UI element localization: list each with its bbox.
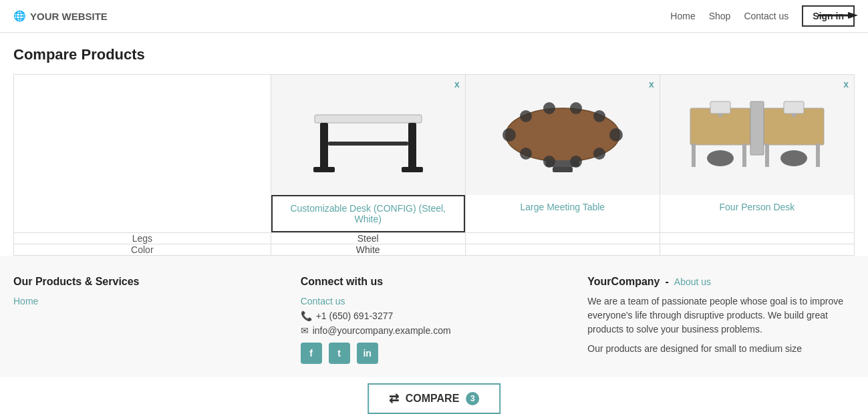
- footer-social: f t in: [301, 343, 568, 364]
- footer-contact-us-item: Contact us: [301, 296, 568, 306]
- page-title: Compare Products: [13, 46, 855, 63]
- svg-rect-6: [402, 167, 423, 172]
- remove-product-1-button[interactable]: x: [454, 79, 460, 89]
- svg-point-15: [593, 110, 605, 122]
- logo: 🌐 YOUR WEBSITE: [13, 10, 108, 22]
- nav: Home Shop Contact us Sign in: [670, 5, 855, 27]
- remove-product-2-button[interactable]: x: [649, 79, 654, 89]
- legs-value-1: Steel: [271, 233, 465, 244]
- arrow-icon: [815, 12, 861, 39]
- svg-rect-26: [765, 144, 769, 167]
- nav-home[interactable]: Home: [670, 11, 695, 21]
- empty-header-cell: [14, 75, 271, 233]
- svg-point-28: [707, 150, 734, 166]
- svg-point-13: [543, 102, 555, 114]
- svg-point-16: [609, 128, 623, 142]
- svg-rect-4: [313, 167, 335, 172]
- svg-point-14: [570, 102, 582, 114]
- svg-rect-5: [408, 123, 416, 170]
- footer-section-company: YourCompany - About us We are a team of …: [587, 276, 855, 364]
- remove-product-3-button[interactable]: x: [843, 79, 849, 89]
- product-link-1[interactable]: Customizable Desk (CONFIG) (Steel, White…: [290, 203, 446, 224]
- svg-rect-10: [553, 167, 573, 172]
- phone-icon: 📞: [301, 310, 312, 321]
- svg-point-17: [593, 148, 605, 160]
- footer-home-link[interactable]: Home: [13, 296, 38, 306]
- company-title: YourCompany: [587, 276, 660, 288]
- color-value-1: White: [271, 244, 465, 256]
- footer-email: info@yourcompany.example.com: [313, 325, 451, 336]
- svg-point-12: [520, 110, 532, 122]
- header: 🌐 YOUR WEBSITE Home Shop Contact us Sign…: [0, 0, 868, 33]
- svg-rect-23: [750, 101, 764, 155]
- footer-phone: +1 (650) 691-3277: [316, 310, 394, 321]
- footer-connect-title: Connect with us: [301, 276, 568, 288]
- footer-grid: Our Products & Services Home Connect wit…: [13, 276, 855, 364]
- product-image-container-3: x: [660, 75, 854, 195]
- sign-in-area: Sign in: [802, 5, 855, 27]
- footer-phone-item: 📞 +1 (650) 691-3277: [301, 310, 568, 321]
- product-link-2[interactable]: Large Meeting Table: [521, 202, 605, 212]
- footer-section-products: Our Products & Services Home: [13, 276, 281, 364]
- svg-rect-24: [692, 144, 696, 167]
- attribute-row-color: Color White: [14, 244, 855, 256]
- product-image-container-1: x: [271, 75, 465, 195]
- svg-marker-1: [848, 12, 858, 19]
- legs-value-2: [465, 233, 660, 244]
- footer: Our Products & Services Home Connect wit…: [0, 256, 868, 377]
- svg-rect-3: [320, 123, 328, 170]
- email-icon: ✉: [301, 325, 309, 336]
- legs-value-3: [660, 233, 854, 244]
- svg-point-18: [570, 156, 582, 168]
- svg-point-29: [780, 150, 807, 166]
- desk-image-1: [301, 88, 435, 182]
- product-images-row: x: [14, 75, 855, 233]
- linkedin-icon[interactable]: in: [357, 343, 378, 364]
- svg-rect-2: [315, 115, 422, 123]
- svg-point-20: [520, 148, 532, 160]
- product-link-3[interactable]: Four Person Desk: [720, 202, 795, 212]
- product-image-container-2: x: [466, 75, 660, 195]
- twitter-icon[interactable]: t: [329, 343, 350, 364]
- product-name-3: Four Person Desk: [660, 195, 854, 219]
- nav-shop[interactable]: Shop: [709, 11, 731, 21]
- company-desc-2: Our products are designed for small to m…: [587, 342, 855, 356]
- footer-email-item: ✉ info@yourcompany.example.com: [301, 325, 568, 336]
- svg-rect-7: [328, 142, 408, 146]
- svg-point-19: [543, 156, 555, 168]
- company-desc-1: We are a team of passionate people whose…: [587, 294, 855, 337]
- yourcompany-header: YourCompany - About us: [587, 276, 855, 288]
- globe-icon: 🌐: [13, 10, 26, 22]
- product-name-1: Customizable Desk (CONFIG) (Steel, White…: [271, 195, 465, 232]
- compare-table: x: [13, 74, 855, 256]
- product-name-2: Large Meeting Table: [466, 195, 660, 219]
- footer-products-title: Our Products & Services: [13, 276, 281, 288]
- svg-rect-30: [710, 101, 730, 114]
- svg-rect-33: [792, 114, 796, 117]
- company-about-link[interactable]: About us: [674, 276, 711, 287]
- meeting-image: [489, 88, 636, 182]
- company-separator: -: [665, 276, 668, 288]
- footer-section-connect: Connect with us Contact us 📞 +1 (650) 69…: [301, 276, 568, 364]
- logo-text: YOUR WEBSITE: [30, 11, 108, 22]
- color-label: Color: [14, 244, 271, 256]
- svg-rect-27: [816, 144, 820, 167]
- product-cell-2: x: [465, 75, 660, 233]
- color-value-3: [660, 244, 854, 256]
- svg-rect-31: [718, 114, 722, 117]
- color-value-2: [465, 244, 660, 256]
- product-cell-1: x: [271, 75, 465, 233]
- facebook-icon[interactable]: f: [301, 343, 322, 364]
- attribute-row-legs: Legs Steel: [14, 233, 855, 244]
- svg-point-11: [502, 128, 516, 142]
- footer-contact-us-link[interactable]: Contact us: [301, 296, 345, 306]
- product-cell-3: x: [660, 75, 854, 233]
- nav-contact[interactable]: Contact us: [744, 11, 788, 21]
- svg-rect-25: [742, 144, 746, 167]
- legs-label: Legs: [14, 233, 271, 244]
- page-content: Compare Products x: [0, 33, 868, 256]
- svg-rect-32: [784, 101, 804, 114]
- fourperson-image: [684, 88, 831, 182]
